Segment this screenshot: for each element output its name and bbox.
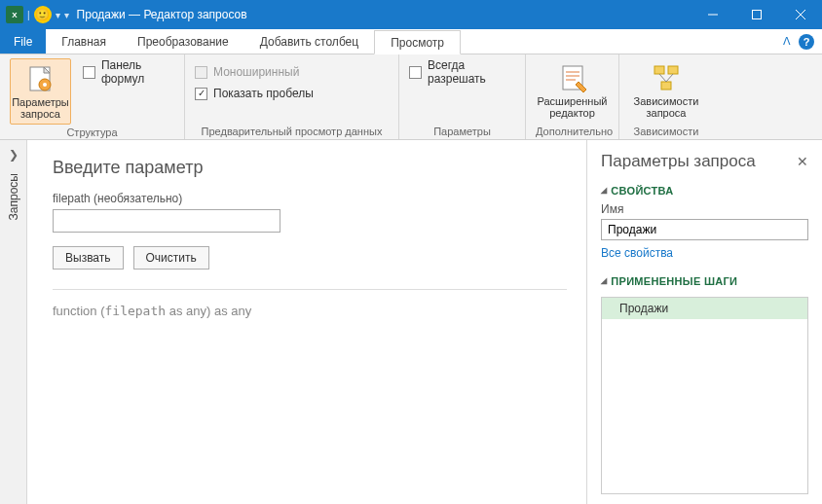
group-label-dependencies: Зависимости: [629, 124, 703, 137]
tab-transform[interactable]: Преобразование: [122, 29, 244, 54]
qat-separator: |: [27, 10, 30, 20]
advanced-editor-icon: [557, 62, 588, 93]
applied-step-item[interactable]: Продажи: [602, 298, 807, 319]
svg-rect-1: [752, 11, 761, 19]
excel-icon: X: [6, 6, 23, 23]
filepath-label: filepath (необязательно): [53, 192, 567, 205]
filepath-input[interactable]: [53, 209, 280, 233]
pane-close-button[interactable]: ✕: [797, 154, 808, 169]
query-settings-button[interactable]: Параметры запроса: [10, 58, 71, 125]
expand-chevron-icon[interactable]: ❯: [9, 148, 19, 162]
query-dependencies-button[interactable]: Зависимости запроса: [631, 58, 701, 123]
tab-file[interactable]: File: [0, 29, 46, 54]
queries-pane-collapsed[interactable]: ❯ Запросы: [0, 140, 27, 504]
ribbon-tabstrip: File Главная Преобразование Добавить сто…: [0, 29, 822, 54]
queries-label: Запросы: [7, 173, 20, 220]
workspace: ❯ Запросы Введите параметр filepath (нео…: [0, 140, 822, 504]
always-allow-checkbox[interactable]: Всегда разрешать: [409, 62, 515, 82]
checkbox-icon: [409, 66, 422, 79]
checkbox-icon: [195, 88, 207, 100]
maximize-icon: [752, 10, 762, 19]
ribbon: Параметры запроса Панель формул Структур…: [0, 54, 822, 140]
main-content: Введите параметр filepath (необязательно…: [27, 140, 586, 504]
query-name-input[interactable]: [601, 219, 808, 240]
all-properties-link[interactable]: Все свойства: [601, 246, 808, 260]
applied-steps-list: Продажи: [601, 297, 808, 494]
properties-section-title[interactable]: СВОЙСТВА: [601, 185, 808, 197]
tab-view[interactable]: Просмотр: [374, 30, 461, 54]
svg-line-17: [666, 74, 673, 82]
minimize-icon: [708, 10, 718, 19]
close-button[interactable]: [778, 0, 822, 29]
advanced-editor-button[interactable]: Расширенный редактор: [538, 58, 608, 123]
qat-dropdown-icon[interactable]: ▾: [56, 10, 60, 20]
name-label: Имя: [601, 202, 808, 216]
maximize-button[interactable]: [734, 0, 778, 29]
query-dependencies-icon: [651, 62, 682, 93]
group-label-preview: Предварительный просмотр данных: [195, 124, 389, 137]
checkbox-icon: [83, 66, 95, 79]
divider: [53, 289, 567, 290]
group-label-advanced: Дополнительно: [536, 124, 609, 137]
ribbon-collapse-icon[interactable]: ᐱ: [783, 35, 791, 48]
applied-steps-section-title[interactable]: ПРИМЕНЕННЫЕ ШАГИ: [601, 275, 808, 287]
svg-rect-13: [654, 66, 664, 74]
group-label-structure: Структура: [10, 125, 174, 138]
checkbox-icon: [195, 66, 207, 79]
enter-parameter-heading: Введите параметр: [53, 158, 567, 178]
qat-overflow-icon[interactable]: ▾: [64, 10, 69, 20]
tab-add-column[interactable]: Добавить столбец: [244, 29, 374, 54]
svg-line-16: [659, 74, 666, 82]
group-label-parameters: Параметры: [409, 124, 515, 137]
close-icon: [796, 10, 805, 19]
tab-home[interactable]: Главная: [46, 29, 122, 54]
window-title: Продажи — Редактор запросов: [77, 8, 247, 21]
query-settings-pane: Параметры запроса ✕ СВОЙСТВА Имя Все сво…: [586, 140, 822, 504]
svg-point-7: [43, 83, 47, 87]
function-signature: function (filepath as any) as any: [53, 304, 567, 318]
titlebar: X | 🙂 ▾ ▾ Продажи — Редактор запросов: [0, 0, 822, 29]
svg-rect-15: [661, 82, 671, 90]
query-settings-icon: [24, 63, 56, 94]
formula-bar-checkbox[interactable]: Панель формул: [83, 62, 174, 82]
feedback-smiley-icon[interactable]: 🙂: [34, 6, 52, 23]
show-whitespace-checkbox[interactable]: Показать пробелы: [195, 84, 314, 103]
clear-button[interactable]: Очистить: [133, 246, 209, 270]
help-button[interactable]: ?: [799, 34, 814, 50]
minimize-button[interactable]: [691, 0, 734, 29]
monospaced-checkbox[interactable]: Моноширинный: [195, 62, 314, 82]
invoke-button[interactable]: Вызвать: [53, 246, 124, 270]
pane-title: Параметры запроса: [601, 152, 756, 171]
svg-rect-14: [668, 66, 678, 74]
